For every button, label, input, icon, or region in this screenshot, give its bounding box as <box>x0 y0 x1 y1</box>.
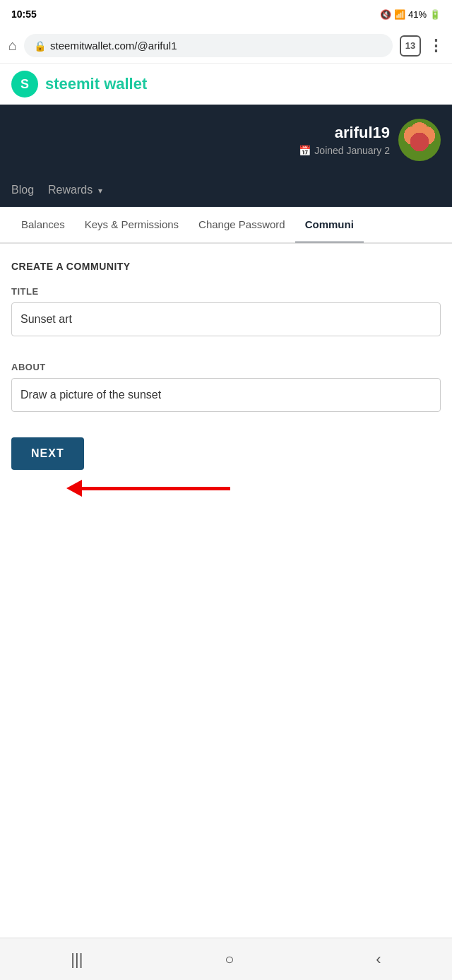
browser-menu-icon[interactable]: ⋮ <box>428 37 444 55</box>
create-community-title: CREATE A COMMUNITY <box>11 261 441 272</box>
tab-count[interactable]: 13 <box>400 35 421 57</box>
status-bar: 10:55 🔇 📶 41% 🔋 <box>0 0 452 28</box>
rewards-dropdown-icon: ▾ <box>98 186 102 196</box>
address-bar[interactable]: 🔒 steemitwallet.com/@ariful1 <box>24 34 393 57</box>
profile-header: ariful19 📅 Joined January 2 <box>0 105 452 175</box>
sub-nav-keys-permissions[interactable]: Keys & Permissions <box>75 207 189 244</box>
avatar <box>398 119 441 161</box>
next-button[interactable]: NEXT <box>11 437 84 470</box>
status-right: 🔇 📶 41% 🔋 <box>380 9 441 20</box>
about-field-group: ABOUT <box>11 362 441 426</box>
nav-tabs: Blog Rewards ▾ <box>0 175 452 207</box>
home-icon[interactable]: ⌂ <box>8 37 17 54</box>
sub-nav-community[interactable]: Communi <box>295 207 364 244</box>
brand-logo: S <box>11 71 38 98</box>
arrow-head <box>66 480 82 497</box>
main-content: CREATE A COMMUNITY TITLE ABOUT NEXT <box>0 244 452 514</box>
battery-icon: 🔋 <box>429 9 441 20</box>
avatar-image <box>398 119 441 161</box>
sub-nav: Balances Keys & Permissions Change Passw… <box>0 207 452 244</box>
mute-icon: 🔇 <box>380 9 391 20</box>
profile-username: ariful19 <box>299 124 390 142</box>
tab-rewards[interactable]: Rewards ▾ <box>48 175 102 206</box>
calendar-icon: 📅 <box>299 145 311 156</box>
arrow-annotation <box>11 480 441 497</box>
address-text: steemitwallet.com/@ariful1 <box>50 40 177 52</box>
sub-nav-balances[interactable]: Balances <box>11 207 75 244</box>
title-field-group: TITLE <box>11 286 441 350</box>
nav-home-icon[interactable]: ○ <box>225 950 234 969</box>
status-time: 10:55 <box>11 8 37 20</box>
about-input[interactable] <box>11 378 441 412</box>
sub-nav-change-password[interactable]: Change Password <box>189 207 295 244</box>
brand-bar: S steemit wallet <box>0 64 452 105</box>
tab-blog[interactable]: Blog <box>11 175 34 206</box>
battery-text: 41% <box>408 9 427 20</box>
title-input[interactable] <box>11 302 441 336</box>
arrow-line <box>82 487 230 490</box>
title-label: TITLE <box>11 286 441 297</box>
nav-menu-icon[interactable]: ||| <box>71 950 83 969</box>
about-label: ABOUT <box>11 362 441 372</box>
browser-bar: ⌂ 🔒 steemitwallet.com/@ariful1 13 ⋮ <box>0 28 452 64</box>
bottom-nav: ||| ○ ‹ <box>0 938 452 980</box>
signal-icon: 📶 <box>394 9 405 20</box>
lock-icon: 🔒 <box>34 40 46 52</box>
profile-info: ariful19 📅 Joined January 2 <box>299 119 441 161</box>
nav-back-icon[interactable]: ‹ <box>376 950 381 969</box>
brand-name: steemit wallet <box>45 75 147 93</box>
profile-joined: 📅 Joined January 2 <box>299 145 390 156</box>
